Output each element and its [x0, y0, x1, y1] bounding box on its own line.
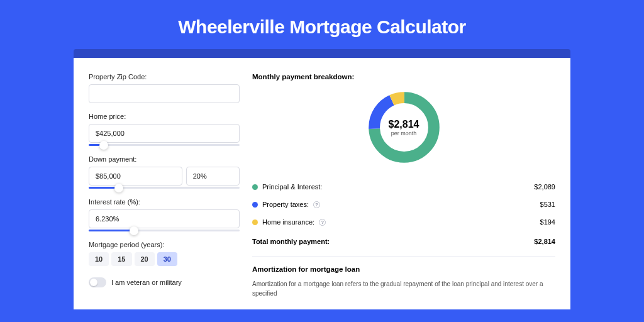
slider-thumb[interactable] [130, 226, 138, 235]
period-option-20[interactable]: 20 [135, 252, 155, 266]
slider-fill [89, 230, 134, 231]
amortization-text: Amortization for a mortgage loan refers … [252, 279, 555, 298]
info-icon[interactable]: ? [319, 219, 326, 226]
page-title: Wheelerville Mortgage Calculator [0, 0, 644, 49]
donut-center: $2,814 per month [365, 88, 443, 167]
legend-dot-icon [252, 184, 258, 190]
legend-label: Home insurance: [262, 218, 314, 226]
down-payment-section: Down payment: [89, 155, 240, 189]
legend-row-insurance: Home insurance: ? $194 [252, 213, 555, 231]
home-price-label: Home price: [89, 113, 240, 120]
period-button-group: 10 15 20 30 [89, 252, 240, 266]
interest-rate-input[interactable] [89, 209, 240, 228]
interest-rate-slider[interactable] [89, 230, 240, 231]
down-payment-slider[interactable] [89, 187, 240, 189]
donut-chart-wrap: $2,814 per month [252, 88, 555, 167]
donut-sub: per month [391, 130, 417, 136]
toggle-knob [90, 279, 97, 286]
legend-value: $531 [540, 201, 555, 208]
donut-amount: $2,814 [389, 119, 419, 130]
interest-rate-section: Interest rate (%): [89, 198, 240, 231]
mortgage-period-label: Mortgage period (years): [89, 241, 240, 248]
calculator-card: Property Zip Code: Home price: Down paym… [74, 58, 570, 309]
legend-row-principal: Principal & Interest: $2,089 [252, 178, 555, 196]
legend-dot-icon [252, 219, 258, 225]
legend-label: Property taxes: [262, 201, 309, 208]
down-payment-label: Down payment: [89, 155, 240, 163]
slider-thumb[interactable] [114, 184, 123, 192]
zip-section: Property Zip Code: [89, 73, 240, 103]
veteran-label: I am veteran or military [111, 279, 182, 286]
card-outer: Property Zip Code: Home price: Down paym… [74, 49, 570, 309]
legend-value: $194 [540, 218, 555, 226]
total-value: $2,814 [534, 238, 555, 245]
veteran-row: I am veteran or military [89, 277, 240, 287]
down-payment-amount-input[interactable] [89, 167, 182, 186]
info-icon[interactable]: ? [313, 201, 320, 208]
veteran-toggle[interactable] [89, 277, 106, 287]
slider-thumb[interactable] [99, 141, 108, 150]
breakdown-title: Monthly payment breakdown: [252, 73, 555, 80]
interest-rate-label: Interest rate (%): [89, 198, 240, 206]
period-option-10[interactable]: 10 [89, 252, 109, 266]
total-label: Total monthly payment: [252, 238, 330, 245]
home-price-slider[interactable] [89, 144, 240, 146]
zip-label: Property Zip Code: [89, 73, 240, 80]
legend-dot-icon [252, 202, 258, 208]
home-price-section: Home price: [89, 113, 240, 146]
home-price-input[interactable] [89, 124, 240, 143]
amortization-title: Amortization for mortgage loan [252, 265, 555, 273]
total-row: Total monthly payment: $2,814 [252, 232, 555, 251]
down-payment-pct-input[interactable] [186, 167, 240, 186]
amortization-section: Amortization for mortgage loan Amortizat… [252, 256, 555, 298]
zip-input[interactable] [89, 84, 240, 103]
legend-label: Principal & Interest: [262, 183, 322, 191]
mortgage-period-section: Mortgage period (years): 10 15 20 30 [89, 241, 240, 266]
form-column: Property Zip Code: Home price: Down paym… [89, 73, 240, 309]
legend-row-taxes: Property taxes: ? $531 [252, 196, 555, 213]
period-option-15[interactable]: 15 [111, 252, 131, 266]
legend-value: $2,089 [534, 183, 555, 191]
period-option-30[interactable]: 30 [157, 252, 177, 266]
breakdown-column: Monthly payment breakdown: $2,814 per mo… [252, 73, 555, 309]
